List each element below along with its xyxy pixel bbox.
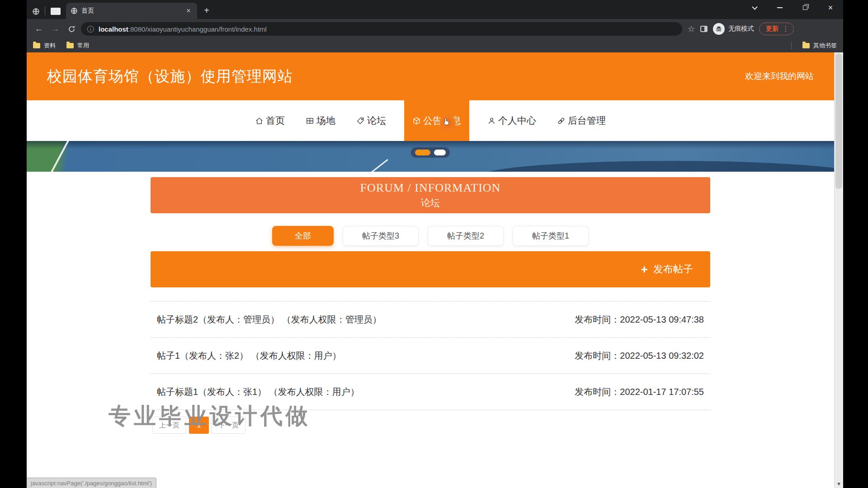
url-host: localhost [99,25,128,33]
nav-item-announcements[interactable]: 公告信息 [404,100,469,141]
bookmark-folder-ziliao[interactable]: 资料 [33,42,56,50]
tab-title: 首页 [81,7,181,15]
post-row[interactable]: 帖子1（发布人：张2） （发布人权限：用户） 发布时间：2022-05-13 0… [151,338,710,374]
content-column: FORUM / INFORMATION 论坛 全部 帖子类型3 帖子类型2 帖子… [151,177,710,434]
carousel-banner[interactable] [27,141,834,172]
publish-post-button[interactable]: 发布帖子 [653,263,693,276]
filter-type2-button[interactable]: 帖子类型2 [428,226,504,246]
grid-icon [306,117,314,125]
window-controls: × [742,0,843,15]
new-tab-button[interactable]: + [200,4,213,17]
site-header: 校园体育场馆（设施）使用管理网站 欢迎来到我的网站 [27,52,834,100]
scrollbar-thumb[interactable] [835,53,842,189]
person-icon [487,117,496,125]
post-row[interactable]: 帖子标题2（发布人：管理员） （发布人权限：管理员） 发布时间：2022-05-… [151,302,710,338]
web-page: 校园体育场馆（设施）使用管理网站 欢迎来到我的网站 首页 场地 论坛 [27,52,834,488]
status-tooltip: javascript:navPage('./pages/gonggao/list… [27,478,156,488]
post-time: 发布时间：2022-01-17 17:07:55 [575,386,704,398]
post-time: 发布时间：2022-05-13 09:47:38 [575,314,704,326]
tab-search-chevron-icon[interactable] [742,0,767,15]
incognito-icon [713,23,725,35]
filter-type1-button[interactable]: 帖子类型1 [513,226,589,246]
watermark-text: 专业毕业设计代做 [108,401,311,431]
side-panel-icon[interactable] [700,26,708,32]
url-text: localhost:8080/xiaoyuantiyuchangguan/fro… [99,25,267,33]
click-indicator [439,115,458,133]
back-icon[interactable]: ← [32,22,46,36]
section-title-en: FORUM / INFORMATION [360,181,501,195]
globe-icon [71,7,78,14]
court-shadow [479,161,834,172]
bookmarks-separator [791,42,792,50]
link-icon [557,117,566,125]
bookmark-folder-changyong[interactable]: 常用 [66,42,89,50]
browser-window: 首页 × + × ← → i localhost:8080/xiaoyuanti… [27,0,843,488]
nav-item-personal-center[interactable]: 个人中心 [485,100,539,141]
post-title[interactable]: 帖子1（发布人：张2） （发布人权限：用户） [157,350,341,362]
menu-dots-icon[interactable]: ⋮ [782,25,789,33]
update-label: 更新 [766,25,778,33]
folder-icon [66,43,74,48]
filter-type3-button[interactable]: 帖子类型3 [343,226,419,246]
nav-item-venue[interactable]: 场地 [303,100,338,141]
folder-icon [802,43,810,48]
filter-buttons: 全部 帖子类型3 帖子类型2 帖子类型1 [151,226,710,246]
site-title: 校园体育场馆（设施）使用管理网站 [47,66,293,87]
section-title-zh: 论坛 [421,197,440,209]
restore-button[interactable] [793,0,818,15]
status-link-text: javascript:navPage('./pages/gonggao/list… [31,480,152,487]
page-favicon [51,8,61,15]
carousel-dot-active[interactable] [415,150,430,155]
nav-item-home[interactable]: 首页 [252,100,288,141]
main-nav: 首页 场地 论坛 公告信息 [27,100,834,141]
active-tab[interactable]: 首页 × [66,3,197,19]
nav-item-forum[interactable]: 论坛 [354,100,389,141]
page-scrollbar[interactable]: ▾ [834,52,843,488]
section-banner: FORUM / INFORMATION 论坛 [151,177,710,213]
post-list: 帖子标题2（发布人：管理员） （发布人权限：管理员） 发布时间：2022-05-… [151,301,710,410]
incognito-badge: 无痕模式 [713,23,754,35]
post-time: 发布时间：2022-05-13 09:32:02 [575,350,704,362]
post-title[interactable]: 帖子标题2（发布人：管理员） （发布人权限：管理员） [157,314,382,326]
browser-toolbar: ← → i localhost:8080/xiaoyuantiyuchanggu… [27,19,843,39]
address-bar[interactable]: i localhost:8080/xiaoyuantiyuchangguan/f… [81,22,682,36]
globe-icon [32,8,40,15]
update-button[interactable]: 更新 ⋮ [759,23,794,35]
bookmark-star-icon[interactable]: ☆ [688,24,695,34]
carousel-dots [411,147,450,158]
site-info-icon[interactable]: i [87,26,94,33]
close-window-button[interactable]: × [818,0,843,15]
incognito-label: 无痕模式 [728,25,754,33]
minimize-button[interactable] [767,0,793,15]
pinned-tab[interactable] [27,4,45,19]
tab-strip: 首页 × + × [27,0,843,19]
url-path: :8080/xiaoyuantiyuchangguan/front/index.… [128,25,267,33]
scrollbar-down-arrow[interactable]: ▾ [835,480,843,487]
court-line [344,159,388,172]
hand-cursor-icon [442,117,451,126]
page-viewport: 校园体育场馆（设施）使用管理网站 欢迎来到我的网站 首页 场地 论坛 [27,52,843,488]
home-icon [255,117,264,125]
bookmarks-bar: 资料 常用 其他书签 [27,39,843,52]
toolbar-right: ☆ 无痕模式 更新 ⋮ [688,23,794,35]
reload-icon[interactable] [65,22,78,36]
tag-icon [356,117,365,125]
other-bookmarks[interactable]: 其他书签 [802,42,837,50]
carousel-dot[interactable] [434,150,446,155]
publish-bar: + 发布帖子 [151,251,710,287]
post-title[interactable]: 帖子标题1（发布人：张1） （发布人权限：用户） [157,386,359,398]
forward-icon[interactable]: → [48,22,62,36]
mini-tab[interactable] [45,4,66,19]
court-line [40,141,71,172]
cube-icon [412,117,421,125]
plus-icon: + [641,263,648,277]
welcome-text: 欢迎来到我的网站 [745,70,814,82]
folder-icon [33,43,40,48]
filter-all-button[interactable]: 全部 [272,226,334,246]
screen: 首页 × + × ← → i localhost:8080/xiaoyuanti… [0,0,868,488]
nav-item-admin[interactable]: 后台管理 [554,100,609,141]
tab-close-icon[interactable]: × [184,7,193,15]
